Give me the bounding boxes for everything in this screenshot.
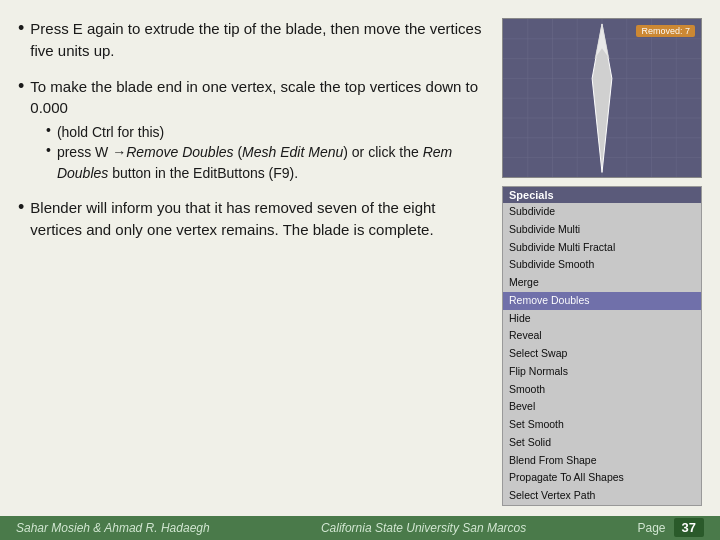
specials-menu: Specials Subdivide Subdivide Multi Subdi… — [502, 186, 702, 506]
footer-page-number: 37 — [674, 518, 704, 537]
sub-dot-1: • — [46, 122, 51, 142]
bullet-2: • To make the blade end in one vertex, s… — [18, 76, 486, 183]
specials-title: Specials — [503, 187, 701, 203]
menu-item-propagate[interactable]: Propagate To All Shapes — [503, 469, 701, 487]
bullet-2-sub: • (hold Ctrl for this) • press W →Remove… — [46, 122, 486, 183]
menu-item-hide[interactable]: Hide — [503, 310, 701, 328]
menu-item-subdivide[interactable]: Subdivide — [503, 203, 701, 221]
menu-item-select-swap[interactable]: Select Swap — [503, 345, 701, 363]
menu-item-subdivide-multi[interactable]: Subdivide Multi — [503, 221, 701, 239]
sub-2-text: press W →Remove Doubles (Mesh Edit Menu)… — [57, 142, 486, 183]
right-panel: Removed: 7 Specials Subdivide Subdivide … — [502, 18, 702, 506]
menu-item-select-vertex-path[interactable]: Select Vertex Path — [503, 487, 701, 505]
sub-dot-2: • — [46, 142, 51, 183]
main-content: • Press E again to extrude the tip of th… — [0, 0, 720, 516]
bullet-1: • Press E again to extrude the tip of th… — [18, 18, 486, 62]
sub-1-text: (hold Ctrl for this) — [57, 122, 164, 142]
menu-item-set-solid[interactable]: Set Solid — [503, 434, 701, 452]
menu-item-remove-doubles[interactable]: Remove Doubles — [503, 292, 701, 310]
menu-item-flip-normals[interactable]: Flip Normals — [503, 363, 701, 381]
sub-item-2: • press W →Remove Doubles (Mesh Edit Men… — [46, 142, 486, 183]
bullet-dot-1: • — [18, 18, 24, 62]
bullet-1-text: Press E again to extrude the tip of the … — [30, 18, 486, 62]
footer-page-area: Page 37 — [638, 518, 705, 537]
menu-item-bevel[interactable]: Bevel — [503, 398, 701, 416]
menu-item-blend-from-shape[interactable]: Blend From Shape — [503, 452, 701, 470]
text-area: • Press E again to extrude the tip of th… — [18, 18, 486, 506]
menu-item-merge[interactable]: Merge — [503, 274, 701, 292]
viewport-grid — [503, 19, 701, 177]
slide-container: • Press E again to extrude the tip of th… — [0, 0, 720, 540]
bullet-dot-2: • — [18, 76, 24, 120]
sub-item-1: • (hold Ctrl for this) — [46, 122, 486, 142]
menu-item-set-smooth[interactable]: Set Smooth — [503, 416, 701, 434]
footer: Sahar Mosieh & Ahmad R. Hadaegh Californ… — [0, 516, 720, 540]
menu-item-subdivide-multi-fractal[interactable]: Subdivide Multi Fractal — [503, 239, 701, 257]
footer-institution: California State University San Marcos — [321, 521, 526, 535]
menu-item-subdivide-smooth[interactable]: Subdivide Smooth — [503, 256, 701, 274]
bullet-2-text: To make the blade end in one vertex, sca… — [30, 76, 486, 120]
bullet-dot-3: • — [18, 197, 24, 241]
menu-item-reveal[interactable]: Reveal — [503, 327, 701, 345]
removed-badge: Removed: 7 — [636, 25, 695, 37]
bullet-3: • Blender will inform you that it has re… — [18, 197, 486, 241]
bullet-3-text: Blender will inform you that it has remo… — [30, 197, 486, 241]
footer-author: Sahar Mosieh & Ahmad R. Hadaegh — [16, 521, 210, 535]
menu-item-smooth[interactable]: Smooth — [503, 381, 701, 399]
blender-viewport: Removed: 7 — [502, 18, 702, 178]
footer-page-label: Page — [638, 521, 666, 535]
